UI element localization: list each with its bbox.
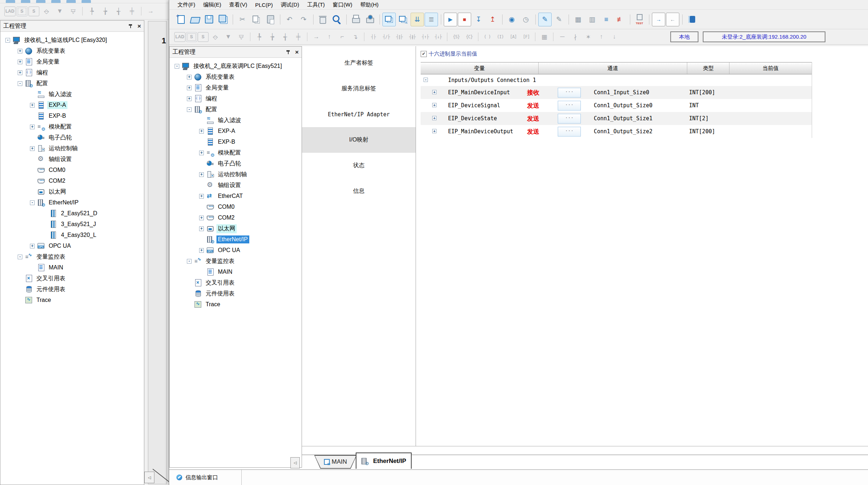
branch-insert-button[interactable]: ╄ <box>86 6 98 17</box>
row-expander[interactable]: + <box>432 129 437 133</box>
browse-button[interactable]: ... <box>558 88 581 98</box>
coil-set-button[interactable]: {S} <box>450 31 463 42</box>
h-line-button[interactable]: ─ <box>556 31 569 42</box>
tree-item[interactable]: - 接收机_2_底座装调PLC [Easy521] <box>170 61 302 72</box>
tree-item[interactable]: 电子凸轮 <box>170 158 302 169</box>
table-row[interactable]: + EIP_DeviceSignal 发送 ... Conn1_Output_S… <box>421 99 812 112</box>
sfc-transition-button[interactable]: S <box>198 32 209 42</box>
tree-item[interactable]: EXP-B <box>0 111 144 121</box>
sfc-step-button[interactable]: S <box>186 32 197 42</box>
save-button[interactable] <box>202 13 216 26</box>
logout-button[interactable]: ← <box>666 13 679 26</box>
upload-button[interactable]: ↥ <box>486 13 499 26</box>
usb-test-button[interactable] <box>633 13 646 26</box>
tree-item[interactable]: 元件使用表 <box>170 288 302 299</box>
tree-expander[interactable]: + <box>199 248 204 253</box>
tree-expander[interactable]: - <box>187 259 192 264</box>
sfc-transition-button[interactable]: S <box>29 7 39 16</box>
branch-append-button[interactable]: ╆ <box>266 31 279 42</box>
rung-insert-button[interactable]: ╅ <box>279 31 291 42</box>
redo-button[interactable]: ↷ <box>297 13 310 26</box>
tree-item[interactable]: - 配置 <box>170 104 302 115</box>
star-connect-button[interactable]: ✶ <box>582 31 595 42</box>
tree-expander[interactable]: + <box>18 49 22 53</box>
move-up-button[interactable]: ↑ <box>595 31 608 42</box>
pin-icon[interactable] <box>128 23 133 29</box>
editor-side-tab[interactable]: 服务消息标签 <box>302 76 416 101</box>
delete-network-button[interactable]: ≢ <box>614 13 627 26</box>
download-button[interactable]: ↧ <box>472 13 485 26</box>
row-expander[interactable]: + <box>432 103 437 107</box>
tree-item[interactable]: + EXP-A <box>170 126 302 137</box>
coil-filled-button[interactable]: ▼ <box>222 31 234 42</box>
tree-expander[interactable]: + <box>199 226 204 231</box>
tree-item[interactable]: - 变量监控表 <box>170 256 302 267</box>
output-panel-tab[interactable]: 信息输出窗口 <box>172 470 242 485</box>
rung-parallel-button[interactable]: ╪ <box>126 6 138 17</box>
tree-item[interactable]: 2_Easy521_D <box>0 208 144 219</box>
table-row[interactable]: + EIP_DeviceState 发送 ... Conn1_Output_Si… <box>421 112 812 125</box>
wire-up-button[interactable]: ↑ <box>323 31 336 42</box>
time-monitor-button[interactable]: ◷ <box>519 13 532 26</box>
tree-expander[interactable]: + <box>187 96 192 101</box>
login-status-box[interactable]: 未登录:2_底座装调:192.168.200.20 <box>703 31 825 42</box>
tree-item[interactable]: 交叉引用表 <box>0 273 144 284</box>
column-header-type[interactable]: 类型 <box>687 62 729 74</box>
menu-item[interactable]: 调试(D) <box>277 0 303 9</box>
node-button[interactable]: ◇ <box>209 31 222 42</box>
hex-display-checkbox[interactable]: ✔ <box>421 51 427 57</box>
editor-side-tab[interactable]: 信息 <box>302 178 416 204</box>
tree-expander[interactable]: - <box>18 255 22 259</box>
export-window-button[interactable] <box>396 13 410 26</box>
undo-button[interactable]: ↶ <box>283 13 296 26</box>
tree-item[interactable]: + 系统变量表 <box>0 46 144 56</box>
copy-window-button[interactable] <box>382 13 396 26</box>
contact-parallel-nc-button[interactable]: ┤∦├ <box>406 31 418 42</box>
cut-button[interactable]: ✂ <box>236 13 249 26</box>
tree-item[interactable]: + EXP-A <box>0 100 144 111</box>
move-down-button[interactable]: ↓ <box>608 31 621 42</box>
pin-icon[interactable] <box>285 49 291 55</box>
tree-item[interactable]: + OPC UA <box>0 241 144 251</box>
tree-item[interactable]: + 以太网 <box>170 223 302 234</box>
monitor-button[interactable]: ◉ <box>505 13 518 26</box>
close-icon[interactable]: × <box>137 23 141 29</box>
tree-expander[interactable]: - <box>18 81 22 86</box>
row-expander[interactable]: + <box>432 90 437 94</box>
edit-button[interactable]: ✎ <box>552 13 566 26</box>
tree-expander[interactable]: + <box>30 146 35 151</box>
tree-item[interactable]: MAIN <box>0 262 144 273</box>
paste-button[interactable] <box>264 13 277 26</box>
tree-item[interactable]: + 系统变量表 <box>170 72 302 82</box>
tree-expander[interactable]: + <box>30 244 35 248</box>
table-row[interactable]: + EIP_MainDeviceOutput 发送 ... Conn1_Outp… <box>421 125 812 138</box>
tree-item[interactable]: + 编程 <box>0 67 144 78</box>
delete-button[interactable] <box>316 13 329 26</box>
write-button[interactable]: ✎ <box>538 13 552 26</box>
tree-expander[interactable]: + <box>199 216 204 220</box>
tree-item[interactable]: 电子凸轮 <box>0 132 144 143</box>
column-header-value[interactable]: 当前值 <box>729 62 812 74</box>
tree-expander[interactable]: - <box>187 107 192 112</box>
tree-item[interactable]: - 变量监控表 <box>0 251 144 262</box>
tree-item[interactable]: - 配置 <box>0 78 144 89</box>
tree-item[interactable]: + 模块配置 <box>0 121 144 132</box>
tree-item[interactable]: - EtherNet/IP <box>0 197 144 208</box>
local-connection-button[interactable]: 本地 <box>670 31 698 42</box>
connection-group-row[interactable]: - Inputs/Outputs Connection 1 <box>421 74 812 86</box>
editor-side-tab[interactable]: I/O映射 <box>302 127 416 153</box>
tree-item[interactable]: + 运动控制轴 <box>170 169 302 180</box>
tree-item[interactable]: 4_Easy320_L <box>0 230 144 241</box>
tree-expander[interactable]: + <box>199 172 204 177</box>
tab-main[interactable]: MAIN <box>314 455 357 469</box>
new-project-button[interactable] <box>174 13 188 26</box>
tree-item[interactable]: + 全局变量 <box>170 82 302 93</box>
tree-item[interactable]: + OPC UA <box>170 245 302 256</box>
tree-item[interactable]: 元件使用表 <box>0 284 144 295</box>
rung-insert-button[interactable]: ╅ <box>113 6 125 17</box>
contact-rising-button[interactable]: ┤↑├ <box>419 31 431 42</box>
tree-expander[interactable]: + <box>30 125 35 129</box>
tree-expander[interactable]: - <box>175 64 179 69</box>
browse-button[interactable]: ... <box>558 114 581 124</box>
tree-expander[interactable]: + <box>199 129 204 134</box>
